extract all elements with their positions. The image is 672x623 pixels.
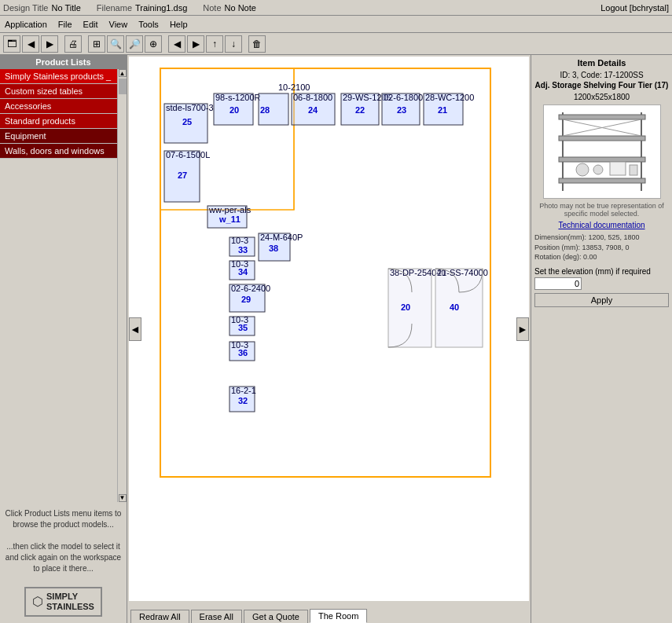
sidebar-item-simply-stainless[interactable]: Simply Stainless products _ — [0, 69, 117, 84]
svg-text:02-6-1800: 02-6-1800 — [384, 93, 423, 102]
toolbar-arrow-left[interactable]: ◀ — [168, 35, 185, 53]
photo-note: Photo may not be true representation of … — [534, 202, 669, 218]
svg-text:24: 24 — [308, 105, 318, 115]
item-image — [543, 104, 661, 199]
scroll-up-arrow[interactable]: ▲ — [119, 69, 127, 77]
sidebar-item-custom-tables[interactable]: Custom sized tables — [0, 84, 117, 99]
svg-text:20: 20 — [401, 302, 410, 312]
svg-text:38: 38 — [269, 244, 278, 253]
menu-application[interactable]: Application — [5, 20, 47, 29]
svg-text:ww-per-als: ww-per-als — [208, 205, 252, 214]
tab-the-room[interactable]: The Room — [310, 609, 367, 623]
svg-text:98-s-1200R: 98-s-1200R — [215, 93, 261, 102]
sidebar-scrollbar[interactable]: ▲ ▼ — [117, 69, 127, 502]
svg-text:24-M-640P: 24-M-640P — [260, 233, 303, 242]
svg-text:23: 23 — [397, 105, 406, 115]
item-details-title: Item Details — [534, 58, 669, 68]
elevation-input[interactable] — [534, 277, 582, 290]
svg-rect-62 — [559, 178, 645, 183]
svg-text:02-6-2400: 02-6-2400 — [231, 284, 270, 293]
svg-text:33: 33 — [238, 245, 248, 255]
logo-box: ⬡ SIMPLY STAINLESS — [24, 587, 102, 617]
toolbar-arrow-down[interactable]: ↓ — [225, 35, 242, 53]
sidebar-item-equipment[interactable]: Equipment — [0, 129, 117, 144]
scroll-thumb[interactable] — [119, 79, 127, 94]
toolbar-print[interactable]: 🖨 — [64, 35, 82, 53]
logo-icon: ⬡ — [32, 594, 43, 609]
canvas-nav-left[interactable]: ◄ — [129, 317, 141, 341]
right-panel: Item Details ID: 3, Code: 17-1200SS Adj.… — [531, 55, 672, 623]
sidebar-item-accessories[interactable]: Accessories — [0, 99, 117, 114]
svg-text:32: 32 — [238, 396, 248, 405]
svg-text:10-3: 10-3 — [231, 236, 248, 245]
elevation-label: Set the elevation (mm) if required — [534, 267, 669, 276]
menu-tools[interactable]: Tools — [138, 20, 159, 29]
svg-rect-61 — [559, 157, 645, 162]
svg-text:28: 28 — [260, 105, 270, 115]
tab-get-quote[interactable]: Get a Quote — [244, 610, 308, 623]
canvas[interactable]: ◄ ► stde-ls700-3 25 98-s-1200R — [129, 57, 529, 601]
svg-text:20: 20 — [230, 105, 239, 115]
toolbar-zoom-select[interactable]: ⊕ — [145, 35, 162, 53]
svg-text:27: 27 — [178, 170, 187, 180]
item-image-svg — [547, 108, 657, 195]
sidebar-header: Product Lists — [0, 55, 127, 69]
filename-value: Training1.dsg — [135, 3, 187, 13]
svg-text:w_11: w_11 — [218, 214, 241, 224]
svg-text:22: 22 — [355, 105, 365, 115]
tab-redraw-all[interactable]: Redraw All — [130, 610, 189, 623]
menu-help[interactable]: Help — [170, 20, 188, 29]
logo-line1: SIMPLY — [46, 592, 94, 602]
svg-text:29: 29 — [241, 295, 251, 304]
apply-button[interactable]: Apply — [534, 293, 669, 307]
main-area: Product Lists Simply Stainless products … — [0, 55, 672, 623]
tab-bar: Redraw All Erase All Get a Quote The Roo… — [127, 603, 531, 623]
dimension-text: Dimension(mm): 1200, 525, 1800 Position … — [534, 233, 669, 262]
toolbar-forward[interactable]: ▶ — [41, 35, 58, 53]
toolbar-zoom-fit[interactable]: ⊞ — [88, 35, 105, 53]
scroll-down-arrow[interactable]: ▼ — [119, 494, 127, 502]
tech-doc-link[interactable]: Technical documentation — [534, 221, 669, 229]
tab-erase-all[interactable]: Erase All — [191, 610, 242, 623]
svg-point-65 — [576, 163, 589, 176]
svg-rect-67 — [610, 162, 626, 175]
logo-text: SIMPLY STAINLESS — [46, 592, 94, 612]
svg-rect-68 — [630, 165, 637, 175]
toolbar-back[interactable]: ◀ — [22, 35, 39, 53]
floor-plan-svg: stde-ls700-3 25 98-s-1200R 20 28 06-8-18… — [145, 60, 498, 485]
canvas-wrapper: ◄ ► stde-ls700-3 25 98-s-1200R — [127, 55, 531, 623]
toolbar-zoom-in[interactable]: 🔍 — [107, 35, 124, 53]
svg-rect-59 — [559, 115, 645, 119]
svg-text:07-6-1500L: 07-6-1500L — [166, 150, 210, 159]
sidebar-item-standard[interactable]: Standard products — [0, 114, 117, 129]
toolbar-arrow-up[interactable]: ↑ — [206, 35, 223, 53]
sidebar: Product Lists Simply Stainless products … — [0, 55, 127, 623]
item-details-name: Adj. Storage Shelving Four Tier (17) — [534, 81, 669, 90]
menu-edit[interactable]: Edit — [83, 20, 98, 29]
menu-file[interactable]: File — [58, 20, 72, 29]
sidebar-item-walls[interactable]: Walls, doors and windows — [0, 144, 117, 159]
item-details-id: ID: 3, Code: 17-1200SS — [534, 71, 669, 79]
sidebar-content: Simply Stainless products _ Custom sized… — [0, 69, 127, 502]
menu-view[interactable]: View — [109, 20, 128, 29]
svg-text:25: 25 — [182, 117, 192, 126]
toolbar-arrow-right[interactable]: ▶ — [187, 35, 204, 53]
toolbar-delete[interactable]: 🗑 — [248, 35, 266, 53]
svg-text:35: 35 — [238, 323, 248, 332]
sidebar-list: Simply Stainless products _ Custom sized… — [0, 69, 117, 502]
svg-text:06-8-1800: 06-8-1800 — [293, 93, 332, 102]
toolbar-new[interactable]: 🗔 — [3, 35, 20, 53]
svg-text:stde-ls700-3: stde-ls700-3 — [166, 103, 214, 112]
note-value: No Note — [225, 3, 256, 13]
logo-line2: STAINLESS — [46, 602, 94, 612]
svg-text:28-WC-1200: 28-WC-1200 — [425, 93, 474, 102]
menu-bar: Application File Edit View Tools Help — [0, 16, 672, 33]
toolbar-zoom-out[interactable]: 🔎 — [126, 35, 143, 53]
svg-rect-60 — [559, 136, 645, 141]
design-title-label: Design Title — [3, 3, 48, 13]
toolbar: 🗔 ◀ ▶ 🖨 ⊞ 🔍 🔎 ⊕ ◀ ▶ ↑ ↓ 🗑 — [0, 33, 672, 55]
logout-link[interactable]: Logout [bchrystal] — [600, 3, 669, 13]
canvas-nav-right[interactable]: ► — [516, 317, 529, 341]
svg-text:34: 34 — [238, 267, 248, 277]
item-details-dims-label: 1200x525x1800 — [534, 93, 669, 101]
